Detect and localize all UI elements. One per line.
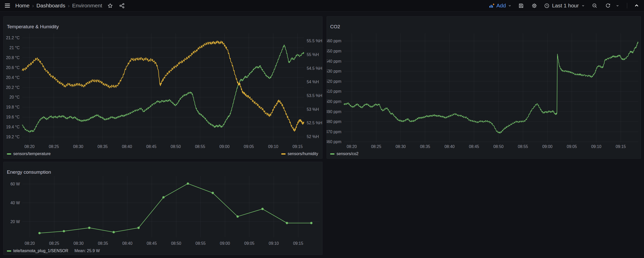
- chevron-up-icon[interactable]: [633, 2, 640, 9]
- breadcrumb-separator: ›: [68, 3, 70, 9]
- legend-item-temperature[interactable]: sensors/temperature: [7, 152, 51, 156]
- y-axis-right-tick-label: 52.5 %H: [307, 121, 322, 125]
- legend-item-energy[interactable]: tele/tasmota_plug_1/SENSOR Mean: 25.9 W: [7, 249, 100, 253]
- legend-item-humidity[interactable]: sensors/humidity: [281, 152, 318, 156]
- y-axis-tick-label: 19.2 °C: [6, 135, 20, 139]
- data-point-marker[interactable]: [38, 232, 41, 234]
- y-axis-tick-label: 500 ppm: [327, 99, 341, 104]
- panel-title[interactable]: CO2: [330, 24, 340, 30]
- x-axis-tick-label: 09:15: [292, 144, 303, 149]
- x-axis-tick-label: 08:25: [49, 144, 59, 149]
- top-nav-bar: Home › Dashboards › Environment Add: [0, 0, 644, 11]
- y-axis-tick-label: 540 ppm: [327, 59, 341, 63]
- co2-chart: 560 ppm550 ppm540 ppm530 ppm520 ppm510 p…: [327, 17, 641, 158]
- refresh-icon[interactable]: [604, 2, 612, 9]
- data-point-marker[interactable]: [286, 222, 288, 224]
- y-axis-tick-label: 20.8 °C: [6, 56, 20, 60]
- energy-consumption-chart: 60 W40 W20 W08:2008:2508:3008:3508:4008:…: [4, 162, 322, 255]
- legend-label: sensors/co2: [337, 152, 358, 156]
- x-axis-tick-label: 08:35: [420, 144, 430, 149]
- legend-item-co2[interactable]: sensors/co2: [330, 152, 358, 156]
- series-color-swatch: [7, 250, 11, 252]
- zoom-out-icon[interactable]: [591, 2, 598, 9]
- y-axis-tick-label: 560 ppm: [327, 39, 341, 43]
- x-axis-tick-label: 08:30: [396, 144, 406, 149]
- legend-label: sensors/humidity: [288, 152, 318, 156]
- chevron-down-icon: [615, 4, 620, 8]
- nav-left-group: Home › Dashboards › Environment: [4, 2, 126, 9]
- panel-co2: 560 ppm550 ppm540 ppm530 ppm520 ppm510 p…: [327, 16, 641, 159]
- x-axis-tick-label: 08:20: [24, 144, 35, 149]
- gear-icon[interactable]: [531, 2, 538, 9]
- save-icon[interactable]: [517, 2, 525, 9]
- data-point-marker[interactable]: [113, 231, 115, 233]
- data-point-marker[interactable]: [212, 192, 214, 194]
- series-color-swatch: [281, 153, 286, 155]
- add-button[interactable]: Add: [489, 3, 512, 9]
- panel-title[interactable]: Temperature & Humidity: [7, 24, 59, 30]
- data-point-marker[interactable]: [162, 196, 165, 198]
- x-axis-tick-label: 08:20: [347, 144, 357, 149]
- x-axis-tick-label: 09:15: [293, 241, 303, 246]
- y-axis-right-tick-label: 53 %H: [307, 107, 319, 112]
- legend-label: tele/tasmota_plug_1/SENSOR: [13, 249, 68, 253]
- x-axis-tick-label: 08:55: [518, 144, 528, 149]
- x-axis-tick-label: 08:30: [73, 241, 84, 246]
- y-axis-tick-label: 460 ppm: [327, 140, 341, 144]
- breadcrumb-dashboards[interactable]: Dashboards: [36, 3, 65, 9]
- chevron-down-icon: [508, 4, 512, 8]
- legend-label: sensors/temperature: [13, 152, 51, 156]
- x-axis-tick-label: 08:50: [493, 144, 504, 149]
- y-axis-tick-label: 19.6 °C: [6, 115, 20, 119]
- panel-temperature-humidity: 21.2 °C21 °C20.8 °C20.6 °C20.4 °C20.2 °C…: [3, 16, 323, 159]
- x-axis-tick-label: 09:00: [542, 144, 553, 149]
- y-axis-tick-label: 20.6 °C: [6, 65, 20, 70]
- data-point-marker[interactable]: [88, 227, 90, 229]
- legend: sensors/temperature sensors/humidity: [7, 152, 318, 156]
- temperature-humidity-chart: 21.2 °C21 °C20.8 °C20.6 °C20.4 °C20.2 °C…: [4, 17, 322, 158]
- x-axis-tick-label: 08:45: [147, 241, 157, 246]
- y-axis-right-tick-label: 55 %H: [307, 52, 319, 57]
- series-color-swatch: [7, 153, 11, 155]
- x-axis-tick-label: 08:30: [73, 144, 83, 149]
- x-axis-tick-label: 08:40: [122, 144, 132, 149]
- data-point-marker[interactable]: [137, 227, 140, 229]
- y-axis-tick-label: 20.2 °C: [6, 85, 20, 90]
- x-axis-tick-label: 09:15: [616, 144, 626, 149]
- data-point-marker[interactable]: [261, 208, 264, 210]
- y-axis-tick-label: 20 W: [10, 220, 20, 224]
- x-axis-tick-label: 08:40: [445, 144, 455, 149]
- y-axis-tick-label: 40 W: [10, 201, 20, 205]
- y-axis-tick-label: 480 ppm: [327, 119, 341, 124]
- y-axis-tick-label: 520 ppm: [327, 79, 341, 84]
- data-point-marker[interactable]: [236, 215, 239, 218]
- star-icon[interactable]: [106, 2, 114, 9]
- nav-right-group: Add Last 1 hour: [489, 2, 640, 9]
- breadcrumb-current: Environment: [72, 3, 102, 9]
- data-point-marker[interactable]: [187, 182, 189, 185]
- x-axis-tick-label: 09:05: [244, 144, 254, 149]
- refresh-interval-dropdown[interactable]: [614, 2, 621, 9]
- y-axis-right-tick-label: 54.5 %H: [307, 66, 322, 71]
- data-point-marker[interactable]: [310, 222, 313, 224]
- x-axis-tick-label: 08:35: [98, 241, 108, 246]
- chevron-down-icon: [581, 4, 585, 8]
- add-panel-icon: [489, 3, 495, 9]
- breadcrumb: Home › Dashboards › Environment: [15, 3, 102, 9]
- y-axis-tick-label: 20 °C: [9, 95, 20, 99]
- y-axis-right-tick-label: 55.5 %H: [307, 39, 322, 43]
- time-range-picker[interactable]: Last 1 hour: [544, 3, 585, 9]
- x-axis-tick-label: 08:50: [171, 144, 181, 149]
- y-axis-right-tick-label: 52 %H: [307, 134, 319, 139]
- legend-mean-value: Mean: 25.9 W: [74, 249, 100, 253]
- menu-icon[interactable]: [4, 2, 11, 9]
- data-point-marker[interactable]: [63, 230, 65, 232]
- panel-title[interactable]: Energy consumption: [7, 169, 51, 175]
- x-axis-tick-label: 09:05: [244, 241, 254, 246]
- nav-divider: [627, 3, 627, 8]
- breadcrumb-home[interactable]: Home: [15, 3, 30, 9]
- x-axis-tick-label: 08:45: [469, 144, 479, 149]
- y-axis-tick-label: 20.4 °C: [6, 75, 20, 80]
- series-line: [39, 184, 311, 233]
- share-icon[interactable]: [118, 2, 126, 9]
